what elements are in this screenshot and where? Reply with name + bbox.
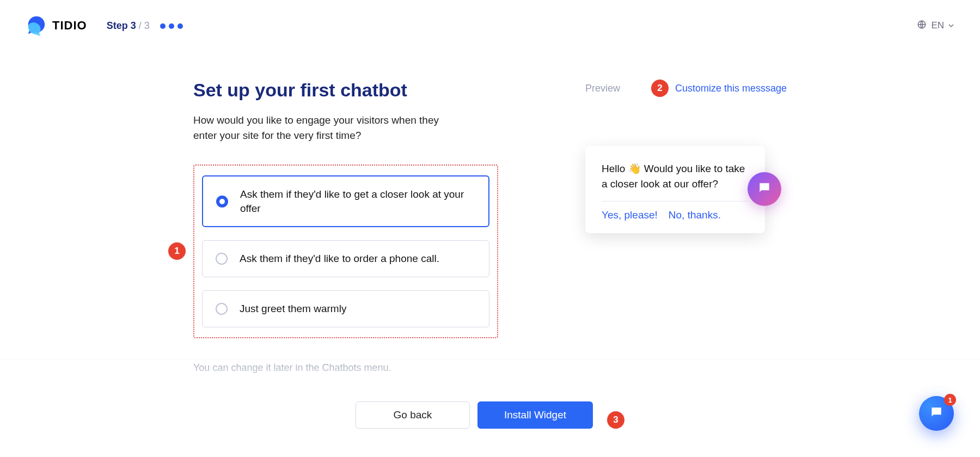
- chevron-down-icon: [948, 20, 954, 31]
- radio-icon: [216, 253, 228, 265]
- option-label: Just greet them warmly: [240, 302, 346, 316]
- annotation-badge-1: 1: [168, 242, 186, 260]
- chat-message: Hello 👋 Would you like to take a closer …: [602, 161, 749, 191]
- globe-icon: [917, 20, 927, 32]
- step-dots: [160, 23, 183, 29]
- annotation-badge-3: 3: [607, 411, 624, 429]
- page-title: Set up your first chatbot: [193, 80, 498, 101]
- option-label: Ask them if they'd like to order a phone…: [240, 252, 439, 266]
- preview-label: Preview: [585, 83, 620, 94]
- options-group: 1 Ask them if they'd like to get a close…: [193, 164, 498, 338]
- option-closer-look[interactable]: Ask them if they'd like to get a closer …: [202, 175, 489, 227]
- chat-bubble-icon: [757, 181, 771, 197]
- chat-action-yes[interactable]: Yes, please!: [602, 209, 658, 221]
- preview-header: Preview 2 Customize this messsage: [585, 80, 787, 97]
- logo: TIDIO: [26, 15, 87, 36]
- go-back-button[interactable]: Go back: [356, 401, 470, 429]
- customize-wrap: 2 Customize this messsage: [651, 80, 787, 97]
- main-content: Set up your first chatbot How would you …: [0, 51, 980, 374]
- step-indicator: Step 3 / 3: [107, 20, 183, 32]
- language-selector[interactable]: EN: [917, 20, 954, 32]
- setup-column: Set up your first chatbot How would you …: [193, 80, 498, 374]
- chat-actions: Yes, please! No, thanks.: [602, 209, 749, 221]
- chat-preview-card: Hello 👋 Would you like to take a closer …: [585, 146, 765, 233]
- chat-bubble-icon: [929, 405, 944, 422]
- dot-icon: [177, 23, 183, 29]
- step-total: / 3: [139, 20, 150, 31]
- notification-badge: 1: [944, 394, 956, 406]
- chat-fab[interactable]: [748, 172, 781, 206]
- header-left: TIDIO Step 3 / 3: [26, 15, 183, 36]
- option-phone-call[interactable]: Ask them if they'd like to order a phone…: [202, 240, 489, 277]
- divider: [602, 201, 749, 202]
- floating-chat-button[interactable]: 1: [919, 396, 954, 431]
- page-subtitle: How would you like to engage your visito…: [193, 113, 444, 143]
- customize-link[interactable]: Customize this messsage: [675, 83, 787, 94]
- language-label: EN: [931, 20, 944, 31]
- preview-column: Preview 2 Customize this messsage Hello …: [585, 80, 787, 374]
- dot-icon: [169, 23, 174, 29]
- option-greet[interactable]: Just greet them warmly: [202, 290, 489, 327]
- chat-action-no[interactable]: No, thanks.: [669, 209, 721, 221]
- radio-icon: [216, 196, 228, 208]
- install-widget-button[interactable]: Install Widget: [477, 401, 593, 429]
- option-label: Ask them if they'd like to get a closer …: [240, 187, 475, 215]
- annotation-badge-2: 2: [651, 80, 669, 97]
- logo-mark-icon: [26, 15, 47, 36]
- radio-icon: [216, 303, 228, 315]
- header: TIDIO Step 3 / 3 EN: [0, 0, 980, 51]
- footer-bar: Go back Install Widget 3: [0, 359, 980, 457]
- step-current: Step 3: [107, 20, 136, 31]
- dot-icon: [160, 23, 166, 29]
- brand-name: TIDIO: [52, 19, 87, 33]
